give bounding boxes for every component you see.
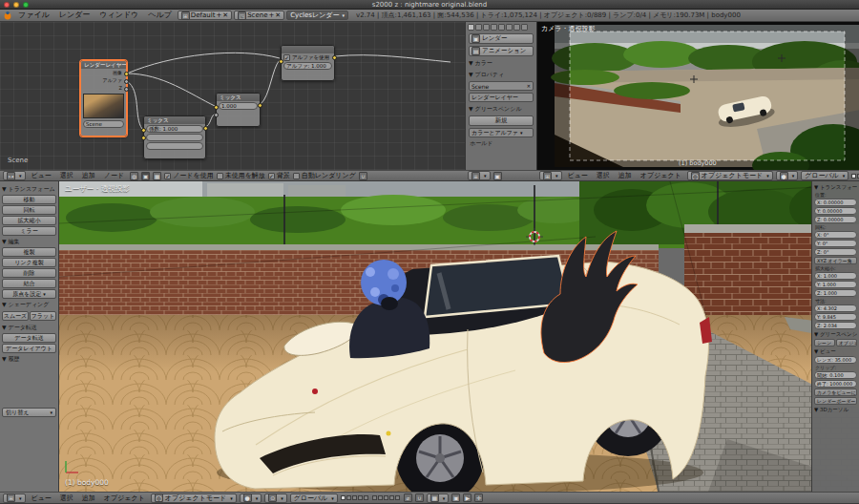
use-alpha-checkbox[interactable]: ✓ — [283, 54, 290, 61]
repeat-last-dropdown[interactable]: 切り替え▾ — [2, 408, 56, 417]
shade-smooth-button[interactable]: スムーズ — [2, 311, 29, 321]
location-y-field[interactable]: Y: 0.00000 — [814, 207, 857, 215]
vp-mode-dropdown[interactable]: ◯オブジェクトモード▾ — [151, 494, 237, 503]
backdrop-channels-selector[interactable]: カラーとアルファ▾ — [469, 128, 534, 137]
shade-flat-button[interactable]: フラット — [30, 311, 56, 321]
tab-render-icon[interactable] — [468, 24, 474, 31]
section-properties[interactable]: ▼ プロパティ — [469, 71, 534, 79]
data-transfer-button[interactable]: データ転送 — [2, 333, 56, 343]
socket-alpha[interactable] — [124, 79, 129, 84]
scene-selector[interactable]: ◳Scene+✕ — [234, 10, 284, 20]
editor-type-3dview-button[interactable]: ⊞▾ — [3, 494, 26, 503]
cam-mode-dropdown[interactable]: ◯オブジェクトモード▾ — [687, 171, 773, 180]
mix1-color-field-1[interactable] — [146, 134, 203, 141]
socket-z[interactable] — [124, 87, 129, 92]
cam-layers-widget[interactable] — [851, 174, 859, 178]
auto-render-toggle[interactable]: 自動レンダリング — [293, 171, 356, 180]
menu-window[interactable]: ウィンドウ — [95, 10, 142, 21]
alpha-value-field[interactable]: アルファ: 1.000 — [283, 62, 332, 70]
scene-close-icon[interactable]: ✕ — [275, 11, 281, 19]
cam-menu-object[interactable]: オブジェクト — [638, 171, 684, 180]
delete-button[interactable]: 削除 — [2, 268, 56, 278]
lock-camera-toggle[interactable]: カメラをビューに — [814, 388, 857, 396]
location-x-field[interactable]: X: 0.00000 — [814, 199, 857, 206]
menu-file[interactable]: ファイル — [14, 10, 53, 21]
props-scene-selector[interactable]: Scene✕ — [469, 81, 534, 91]
join-button[interactable]: 結合 — [2, 279, 56, 288]
editor-type-properties-button[interactable]: ≡▾ — [468, 171, 491, 180]
main-3d-viewport[interactable]: ユーザー・透視投影 (1) body000 ▼ トランスフォーム 移動 回転 拡… — [0, 181, 859, 492]
lens-field[interactable]: レンズ: 35.000 — [814, 356, 857, 364]
mix1-in-socket-2[interactable] — [141, 136, 146, 140]
node-mix-2[interactable]: ミックス 1.000 — [216, 93, 261, 127]
cam-menu-add[interactable]: 追加 — [616, 171, 635, 180]
tab-constraints-icon[interactable] — [506, 24, 513, 31]
cam-menu-select[interactable]: 選択 — [594, 171, 613, 180]
translate-button[interactable]: 移動 — [2, 195, 56, 204]
node-mix-1[interactable]: ミックス 係数: 1.000 — [143, 116, 206, 159]
duplicate-linked-button[interactable]: リンク複製 — [2, 258, 56, 267]
props-render-layer-selector[interactable]: レンダーレイヤー — [469, 93, 534, 102]
menu-render[interactable]: レンダー — [55, 10, 94, 21]
alpha-in-socket[interactable] — [279, 59, 283, 64]
node-menu-node[interactable]: ノード — [101, 171, 127, 180]
cam-shading-dropdown[interactable]: ●▾ — [776, 171, 799, 180]
node-menu-select[interactable]: 選択 — [57, 171, 76, 180]
node-menu-add[interactable]: 追加 — [79, 171, 98, 180]
section-shading[interactable]: ▼ シェーディング — [2, 301, 56, 309]
layout-close-icon[interactable]: ✕ — [222, 11, 228, 19]
np-section-3d-cursor[interactable]: ▼ 3Dカーソル — [814, 407, 857, 413]
section-grease-pencil[interactable]: ▼ グリースペンシル — [469, 105, 534, 114]
vp-menu-view[interactable]: ビュー — [29, 494, 54, 503]
section-transform[interactable]: ▼ トランスフォーム — [2, 185, 56, 194]
rotate-button[interactable]: 回転 — [2, 205, 56, 215]
mix2-in-socket-1[interactable] — [214, 105, 219, 110]
tab-scene-icon[interactable] — [483, 24, 490, 31]
mirror-button[interactable]: ミラー — [2, 226, 56, 236]
scale-y-field[interactable]: Y: 1.000 — [814, 281, 857, 288]
vp-layers-widget[interactable] — [341, 495, 401, 500]
lock-icon[interactable]: ⌀ — [404, 494, 412, 502]
render-button[interactable]: ▣レンダー — [469, 33, 534, 44]
mix2-fac-field[interactable]: 1.000 — [219, 102, 258, 110]
render-border-toggle[interactable]: レンダーボーダー — [814, 397, 857, 405]
snap-node-icon[interactable]: ∪ — [359, 172, 367, 180]
vp-menu-object[interactable]: オブジェクト — [101, 494, 148, 503]
tab-object-icon[interactable] — [498, 24, 505, 31]
clip-end-field[interactable]: 終了: 1000.000 — [814, 380, 857, 388]
mix1-color-field-2[interactable] — [146, 142, 203, 150]
menu-help[interactable]: ヘルプ — [144, 10, 176, 21]
vp-menu-add[interactable]: 追加 — [79, 494, 98, 503]
rotation-y-field[interactable]: Y: 0° — [814, 240, 857, 247]
node-menu-view[interactable]: ビュー — [29, 171, 54, 180]
use-nodes-toggle[interactable]: ✓ノードを使用 — [164, 171, 214, 180]
mix2-in-socket-2[interactable] — [214, 113, 219, 117]
snap-magnet-icon[interactable]: ∪ — [415, 494, 424, 502]
np-section-grease-pencil[interactable]: ▼ グリースペンシル — [814, 331, 857, 338]
opengl-render-anim-icon[interactable]: ▶ — [463, 494, 471, 502]
opengl-render-icon[interactable]: ▣ — [451, 494, 460, 502]
mix1-fac-field[interactable]: 係数: 1.000 — [146, 125, 203, 133]
texture-nodes-icon[interactable]: ▦ — [153, 172, 161, 180]
viewport-scene[interactable] — [59, 181, 859, 492]
vp-shading-dropdown[interactable]: ●▾ — [240, 494, 262, 503]
clip-start-field[interactable]: 開始: 0.100 — [814, 371, 857, 379]
snap-element-dropdown[interactable]: ▦▾ — [427, 494, 450, 503]
node-editor[interactable]: レンダーレイヤー 画像 アルファ Z Scene ミックス 係数: 1.000 … — [0, 22, 465, 170]
backdrop-toggle[interactable]: ✓背景 — [268, 171, 290, 180]
alpha-out-socket[interactable] — [332, 55, 337, 60]
rotation-x-field[interactable]: X: 0° — [814, 231, 857, 239]
np-section-view[interactable]: ▼ ビュー — [814, 348, 857, 355]
np-section-transform[interactable]: ▼ トランスフォーム — [814, 184, 857, 191]
section-history[interactable]: ▼ 履歴 — [2, 355, 56, 364]
tab-data-icon[interactable] — [513, 24, 520, 31]
camera-viewport[interactable]: カメラ・透視投影 (1) body000 — [536, 22, 859, 170]
socket-image[interactable] — [124, 72, 129, 76]
vp-menu-select[interactable]: 選択 — [57, 494, 76, 503]
mix1-out-socket[interactable] — [203, 126, 208, 131]
minimize-button[interactable] — [13, 2, 19, 8]
screen-layout-selector[interactable]: ⊞Default+✕ — [178, 10, 232, 20]
section-edit[interactable]: ▼ 編集 — [2, 238, 56, 246]
dimensions-x-field[interactable]: X: 4.302 — [814, 304, 857, 312]
cam-menu-view[interactable]: ビュー — [565, 171, 591, 180]
